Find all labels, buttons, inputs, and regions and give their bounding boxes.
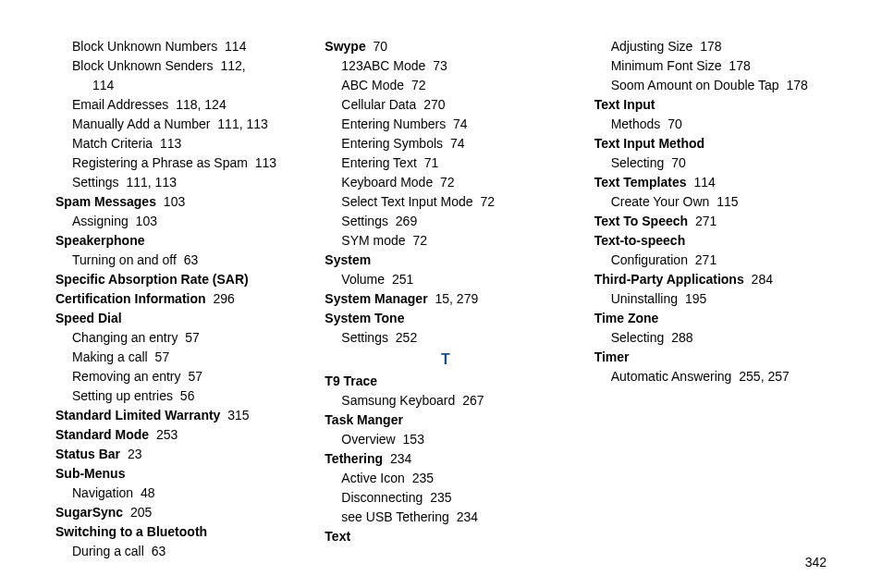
page-ref[interactable]: 253 <box>153 427 178 442</box>
index-entry: Tethering 234 <box>325 449 566 469</box>
index-entry: Standard Limited Warranty 315 <box>55 406 297 425</box>
index-entry: Text To Speech 271 <box>594 212 836 231</box>
index-entry: Swype 70 <box>325 37 566 56</box>
page-ref[interactable]: 70 <box>370 39 387 54</box>
page-ref[interactable]: 63 <box>148 544 165 558</box>
index-entry: Speed Dial <box>55 309 297 328</box>
index-entry: Samsung Keyboard 267 <box>341 391 566 410</box>
page-ref[interactable]: 114 <box>691 175 716 190</box>
index-text: Cellular Data <box>341 97 416 112</box>
index-entry: Certification Information 296 <box>55 289 297 309</box>
index-term: T9 Trace <box>325 374 377 388</box>
page-ref[interactable]: 48 <box>137 485 154 500</box>
page-ref[interactable]: 284 <box>748 272 773 287</box>
page-ref[interactable]: 56 <box>177 388 194 403</box>
page-ref[interactable]: 72 <box>477 194 495 209</box>
index-text: Turning on and off <box>72 252 177 267</box>
index-term: Text Templates <box>594 175 687 190</box>
page-ref[interactable]: 178 <box>696 39 721 54</box>
page-ref[interactable]: 178 <box>783 78 808 92</box>
index-entry: Email Addresses 118, 124 <box>72 95 297 115</box>
index-entry: Adjusting Size 178 <box>611 37 836 56</box>
page-ref[interactable]: 234 <box>386 451 411 466</box>
index-term: System Manager <box>325 291 427 306</box>
page-ref[interactable]: 234 <box>453 509 478 524</box>
page-ref[interactable]: 113 <box>156 136 181 151</box>
index-text: see USB Tethering <box>341 509 448 524</box>
page-ref[interactable]: 74 <box>449 116 467 131</box>
index-entry: Switching to a Bluetooth <box>55 522 297 542</box>
index-entry: Selecting 288 <box>611 328 836 348</box>
page-ref[interactable]: 57 <box>152 349 169 364</box>
index-entry: Match Criteria 113 <box>72 134 297 153</box>
page-ref[interactable]: 267 <box>459 393 484 408</box>
page-ref[interactable]: 178 <box>725 58 750 73</box>
page-ref[interactable]: 70 <box>664 116 681 131</box>
page-ref[interactable]: 114 <box>92 78 114 92</box>
page-ref[interactable]: 235 <box>426 490 451 505</box>
page-ref[interactable]: 23 <box>124 447 141 461</box>
index-entry: Time Zone <box>594 309 836 328</box>
page-ref[interactable]: 57 <box>185 369 202 384</box>
page-ref[interactable]: 118, 124 <box>172 97 226 112</box>
page-ref[interactable]: 296 <box>210 291 235 306</box>
page-ref[interactable]: 111, 113 <box>123 175 177 190</box>
index-entry: Removing an entry 57 <box>72 367 297 386</box>
page-ref[interactable]: 288 <box>668 330 692 345</box>
index-term: SugarSync <box>55 505 123 520</box>
page-ref[interactable]: 269 <box>392 214 417 228</box>
index-column-1: Block Unknown Numbers 114Block Unknown S… <box>55 37 297 503</box>
page-ref[interactable]: 205 <box>127 505 152 520</box>
page-ref[interactable]: 73 <box>429 58 447 73</box>
index-entry: Manually Add a Number 111, 113 <box>72 115 297 134</box>
page-ref[interactable]: 57 <box>181 330 199 345</box>
index-entry: Methods 70 <box>611 115 836 134</box>
page-ref[interactable]: 195 <box>681 291 706 306</box>
page-ref[interactable]: 112, <box>217 58 246 73</box>
index-entry: Create Your Own 115 <box>611 192 836 212</box>
index-entry: Text Templates 114 <box>594 173 836 192</box>
index-text: Disconnecting <box>341 490 423 505</box>
page-ref[interactable]: 270 <box>420 97 445 112</box>
page-ref[interactable]: 70 <box>668 155 685 170</box>
page-ref[interactable]: 113 <box>251 155 276 170</box>
index-text: Entering Text <box>341 155 416 170</box>
page-ref[interactable]: 74 <box>447 136 464 151</box>
page-ref[interactable]: 252 <box>392 330 417 345</box>
page-ref[interactable]: 114 <box>221 39 246 54</box>
index-entry: Navigation 48 <box>72 484 297 503</box>
page-ref[interactable]: 72 <box>410 233 427 248</box>
index-entry: Active Icon 235 <box>341 469 566 488</box>
index-text: During a call <box>72 544 144 558</box>
page-ref[interactable]: 63 <box>180 252 198 267</box>
index-entry: Soom Amount on Double Tap 178 <box>611 76 836 95</box>
page-ref[interactable]: 111, 113 <box>214 116 267 131</box>
page-ref[interactable]: 255, 257 <box>735 369 789 384</box>
page-ref[interactable]: 315 <box>224 408 249 423</box>
page-ref[interactable]: 115 <box>713 194 738 209</box>
index-entry: Settings 269 <box>341 212 566 231</box>
index-entry: Spam Messages 103 <box>55 192 297 212</box>
index-entry: Block Unknown Senders 112, <box>72 56 297 76</box>
index-entry: Selecting 70 <box>611 153 836 173</box>
index-text: Settings <box>341 214 388 228</box>
index-term: Text <box>325 529 350 544</box>
page-ref[interactable]: 15, 279 <box>432 291 479 306</box>
page-ref[interactable]: 71 <box>421 155 438 170</box>
index-entry: Setting up entries 56 <box>72 386 297 406</box>
page-ref[interactable]: 103 <box>160 194 185 209</box>
page-ref[interactable]: 103 <box>132 214 157 228</box>
index-term: Time Zone <box>594 311 659 325</box>
page-ref[interactable]: 271 <box>692 214 717 228</box>
page-ref[interactable]: 235 <box>409 471 434 485</box>
page-ref[interactable]: 271 <box>692 252 717 267</box>
page-ref[interactable]: 72 <box>436 175 454 190</box>
index-entry: Select Text Input Mode 72 <box>341 192 566 212</box>
index-entry: Making a call 57 <box>72 348 297 367</box>
index-entry: Specific Absorption Rate (SAR) <box>55 270 297 289</box>
page-ref[interactable]: 72 <box>408 78 425 92</box>
page-ref[interactable]: 251 <box>388 272 413 287</box>
index-text: Changing an entry <box>72 330 178 345</box>
page-ref[interactable]: 153 <box>399 432 424 447</box>
index-entry: T9 Trace <box>325 372 566 391</box>
